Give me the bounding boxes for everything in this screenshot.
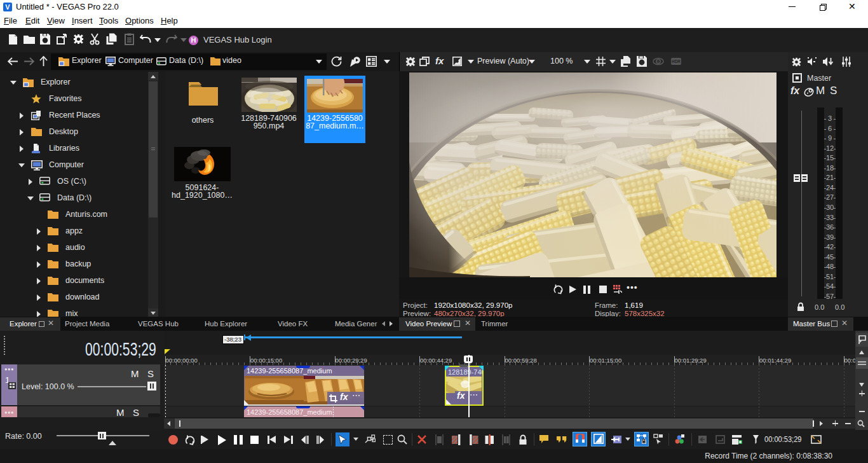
svg-text:60: 60 <box>656 60 660 64</box>
